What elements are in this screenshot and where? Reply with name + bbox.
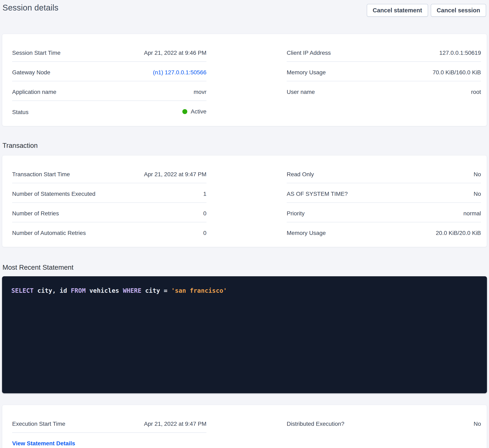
client-ip-row: Client IP Address 127.0.0.1:50619	[287, 42, 481, 62]
application-name-row: Application name movr	[12, 81, 206, 101]
number-of-retries-label: Number of Retries	[12, 210, 59, 216]
session-summary-card: Session Start Time Apr 21, 2022 at 9:46 …	[2, 34, 487, 126]
sql-token-plain: city, id	[33, 287, 71, 294]
sql-token-keyword: WHERE	[123, 287, 141, 294]
sql-token-keyword: SELECT	[11, 287, 33, 294]
header-actions: Cancel statement Cancel session	[367, 4, 486, 17]
read-only-label: Read Only	[287, 171, 314, 177]
transaction-columns: Transaction Start Time Apr 21, 2022 at 9…	[12, 164, 481, 241]
session-start-time-row: Session Start Time Apr 21, 2022 at 9:46 …	[12, 42, 206, 62]
transaction-memory-usage-label: Memory Usage	[287, 230, 326, 236]
session-memory-usage-value: 70.0 KiB/160.0 KiB	[433, 69, 481, 75]
cancel-statement-button[interactable]: Cancel statement	[367, 4, 428, 17]
transaction-start-time-row: Transaction Start Time Apr 21, 2022 at 9…	[12, 164, 206, 183]
session-start-time-value: Apr 21, 2022 at 9:46 PM	[144, 50, 206, 56]
client-ip-value: 127.0.0.1:50619	[440, 50, 481, 56]
execution-card: Execution Start Time Apr 21, 2022 at 9:4…	[2, 405, 487, 448]
status-label: Status	[12, 109, 28, 115]
transaction-memory-usage-value: 20.0 KiB/20.0 KiB	[436, 230, 481, 236]
session-summary-left-column: Session Start Time Apr 21, 2022 at 9:46 …	[12, 42, 206, 121]
read-only-row: Read Only No	[287, 164, 481, 183]
read-only-value: No	[473, 171, 481, 177]
execution-left-column: Execution Start Time Apr 21, 2022 at 9:4…	[12, 413, 206, 448]
transaction-start-time-value: Apr 21, 2022 at 9:47 PM	[144, 171, 206, 177]
transaction-left-column: Transaction Start Time Apr 21, 2022 at 9…	[12, 164, 206, 241]
transaction-card: Transaction Start Time Apr 21, 2022 at 9…	[2, 155, 487, 247]
sql-statement-code: SELECT city, id FROM vehicles WHERE city…	[11, 287, 478, 295]
application-name-label: Application name	[12, 89, 56, 95]
as-of-system-time-label: AS OF SYSTEM TIME?	[287, 191, 348, 197]
status-row: Status Active	[12, 101, 206, 121]
sql-token-string: 'san francisco'	[171, 287, 227, 294]
application-name-value: movr	[194, 89, 206, 95]
transaction-memory-usage-row: Memory Usage 20.0 KiB/20.0 KiB	[287, 222, 481, 241]
sql-token-keyword: FROM	[71, 287, 86, 294]
statements-executed-value: 1	[203, 191, 206, 197]
session-start-time-label: Session Start Time	[12, 50, 60, 56]
user-name-label: User name	[287, 89, 315, 95]
status-value: Active	[182, 108, 206, 115]
transaction-right-column: Read Only No AS OF SYSTEM TIME? No Prior…	[287, 164, 481, 241]
user-name-row: User name root	[287, 81, 481, 100]
transaction-section-heading: Transaction	[2, 142, 489, 149]
distributed-execution-value: No	[473, 421, 481, 427]
automatic-retries-label: Number of Automatic Retries	[12, 230, 86, 236]
status-active-dot-icon	[182, 109, 187, 114]
priority-label: Priority	[287, 210, 305, 216]
most-recent-statement-heading: Most Recent Statement	[2, 264, 489, 271]
execution-start-time-row: Execution Start Time Apr 21, 2022 at 9:4…	[12, 413, 206, 433]
as-of-system-time-value: No	[473, 191, 481, 197]
number-of-retries-value: 0	[203, 210, 206, 216]
number-of-retries-row: Number of Retries 0	[12, 203, 206, 222]
session-details-page: Session details Cancel statement Cancel …	[0, 0, 489, 448]
status-text: Active	[191, 108, 206, 115]
sql-token-plain: vehicles	[86, 287, 123, 294]
gateway-node-link[interactable]: (n1) 127.0.0.1:50566	[153, 69, 206, 75]
page-header: Session details Cancel statement Cancel …	[0, 0, 489, 23]
distributed-execution-label: Distributed Execution?	[287, 421, 344, 427]
priority-row: Priority normal	[287, 203, 481, 222]
automatic-retries-value: 0	[203, 230, 206, 236]
session-summary-right-column: Client IP Address 127.0.0.1:50619 Memory…	[287, 42, 481, 121]
session-summary-columns: Session Start Time Apr 21, 2022 at 9:46 …	[12, 42, 481, 121]
priority-value: normal	[463, 210, 481, 216]
sql-statement-box: SELECT city, id FROM vehicles WHERE city…	[2, 276, 487, 393]
as-of-system-time-row: AS OF SYSTEM TIME? No	[287, 183, 481, 203]
execution-start-time-value: Apr 21, 2022 at 9:47 PM	[144, 421, 206, 427]
session-memory-usage-row: Memory Usage 70.0 KiB/160.0 KiB	[287, 62, 481, 81]
sql-token-plain: city =	[141, 287, 171, 294]
execution-columns: Execution Start Time Apr 21, 2022 at 9:4…	[12, 413, 481, 448]
execution-right-column: Distributed Execution? No	[287, 413, 481, 448]
page-title: Session details	[2, 3, 58, 12]
gateway-node-row: Gateway Node (n1) 127.0.0.1:50566	[12, 62, 206, 81]
distributed-execution-row: Distributed Execution? No	[287, 413, 481, 432]
transaction-start-time-label: Transaction Start Time	[12, 171, 70, 177]
view-statement-details-row: View Statement Details	[12, 433, 206, 448]
user-name-value: root	[471, 89, 481, 95]
statements-executed-row: Number of Statements Executed 1	[12, 183, 206, 203]
statements-executed-label: Number of Statements Executed	[12, 191, 96, 197]
gateway-node-label: Gateway Node	[12, 69, 50, 75]
session-memory-usage-label: Memory Usage	[287, 69, 326, 75]
execution-start-time-label: Execution Start Time	[12, 421, 65, 427]
view-statement-details-link[interactable]: View Statement Details	[12, 440, 75, 447]
automatic-retries-row: Number of Automatic Retries 0	[12, 222, 206, 241]
cancel-session-button[interactable]: Cancel session	[431, 4, 486, 17]
client-ip-label: Client IP Address	[287, 50, 331, 56]
